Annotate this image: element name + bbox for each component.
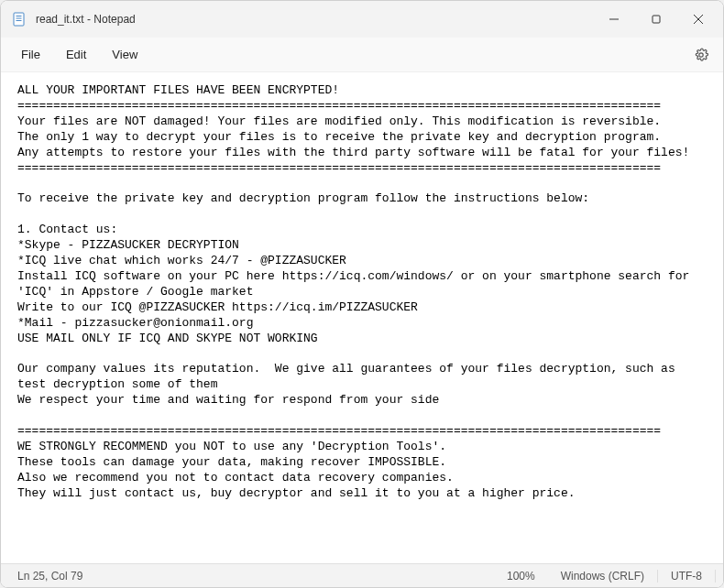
svg-rect-0: [14, 13, 24, 26]
text-area[interactable]: ALL YOUR IMPORTANT FILES HAVE BEEN ENCRY…: [1, 72, 723, 563]
status-position: Ln 25, Col 79: [8, 564, 95, 587]
window-title: read_it.txt - Notepad: [36, 13, 593, 26]
menu-view[interactable]: View: [99, 42, 150, 67]
status-zoom[interactable]: 100%: [494, 570, 548, 583]
settings-button[interactable]: [686, 40, 716, 70]
menu-file[interactable]: File: [8, 42, 53, 67]
status-line-ending: Windows (CRLF): [548, 570, 658, 583]
status-encoding: UTF-8: [658, 570, 716, 583]
close-button[interactable]: [677, 1, 719, 38]
window-controls: [593, 1, 719, 38]
maximize-button[interactable]: [635, 1, 677, 38]
statusbar: Ln 25, Col 79 100% Windows (CRLF) UTF-8: [1, 563, 723, 587]
notepad-icon: [12, 12, 27, 27]
svg-rect-5: [653, 16, 660, 23]
gear-icon: [694, 48, 708, 62]
minimize-button[interactable]: [593, 1, 635, 38]
notepad-window: read_it.txt - Notepad File Edit View ALL…: [0, 0, 724, 588]
menubar: File Edit View: [1, 38, 723, 72]
menu-edit[interactable]: Edit: [53, 42, 99, 67]
titlebar: read_it.txt - Notepad: [1, 1, 723, 38]
